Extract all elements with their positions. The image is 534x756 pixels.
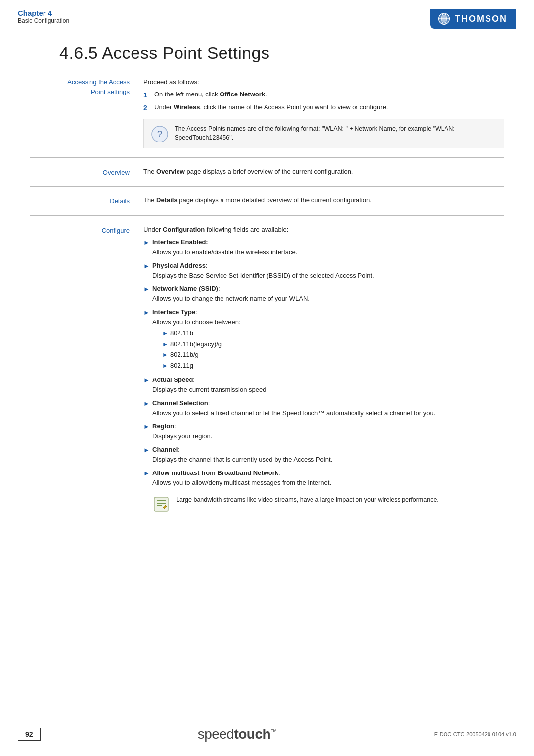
bullet-network-name: ► Network Name (SSID): Allows you to cha… bbox=[143, 284, 504, 303]
thomson-icon bbox=[437, 12, 451, 26]
sub-bullet-80211g: ► 802.11g bbox=[162, 361, 504, 371]
page-number: 92 bbox=[18, 728, 41, 741]
note-box-multicast: Large bandwidth streams like video strea… bbox=[152, 491, 504, 517]
bullet-physical-address: ► Physical Address: Displays the Base Se… bbox=[143, 261, 504, 280]
svg-text:?: ? bbox=[157, 129, 162, 139]
section-content-details: The Details page displays a more detaile… bbox=[143, 195, 504, 206]
bullet-content-5: Actual Speed: Displays the current trans… bbox=[152, 375, 504, 394]
section-content-accessing: Proceed as follows: 1 On the left menu, … bbox=[143, 77, 504, 148]
section-label-details: Details bbox=[30, 195, 143, 206]
bullet-arrow-6: ► bbox=[143, 398, 152, 409]
step-2-content: Under Wireless, click the name of the Ac… bbox=[154, 102, 504, 113]
note-icon bbox=[152, 495, 170, 513]
chapter-subtitle: Basic Configuration bbox=[18, 17, 69, 24]
chapter-block: Chapter 4 Basic Configuration bbox=[18, 9, 69, 24]
section-accessing: Accessing the Access Point settings Proc… bbox=[30, 68, 504, 157]
bullet-arrow-7: ► bbox=[143, 422, 152, 432]
bullet-interface-enabled: ► Interface Enabled: Allows you to enabl… bbox=[143, 237, 504, 257]
chapter-title: Chapter 4 bbox=[18, 9, 69, 17]
bullet-channel: ► Channel: Displays the channel that is … bbox=[143, 445, 504, 464]
section-configure: Configure Under Configuration following … bbox=[30, 215, 504, 530]
page-title: 4.6.5 Access Point Settings bbox=[59, 44, 494, 63]
doc-ref: E-DOC-CTC-20050429-0104 v1.0 bbox=[434, 731, 516, 737]
step-1: 1 On the left menu, click Office Network… bbox=[143, 90, 504, 100]
info-box-text: The Access Points names are of the follo… bbox=[175, 124, 497, 143]
bullet-content-7: Region: Displays your region. bbox=[152, 422, 504, 441]
bullet-arrow-2: ► bbox=[143, 261, 152, 272]
bullet-content-1: Interface Enabled: Allows you to enable/… bbox=[152, 237, 504, 257]
info-box-wlan: ? The Access Points names are of the fol… bbox=[143, 119, 504, 148]
bullet-channel-selection: ► Channel Selection: Allows you to selec… bbox=[143, 398, 504, 418]
page-title-section: 4.6.5 Access Point Settings bbox=[0, 29, 534, 68]
sub-bullet-arrow-4: ► bbox=[162, 361, 170, 370]
bullet-interface-type: ► Interface Type: Allows you to choose b… bbox=[143, 307, 504, 371]
section-content-configure: Under Configuration following fields are… bbox=[143, 225, 504, 521]
sub-bullet-list: ► 802.11b ► 802.11b(legacy)/g ► 802.11b/… bbox=[162, 329, 504, 370]
sub-bullet-label-1: 802.11b bbox=[170, 329, 193, 338]
sub-bullet-label-4: 802.11g bbox=[170, 361, 193, 371]
bullet-arrow-8: ► bbox=[143, 445, 152, 456]
bullet-arrow-3: ► bbox=[143, 284, 152, 295]
bullet-content-6: Channel Selection: Allows you to select … bbox=[152, 398, 504, 418]
bullet-actual-speed: ► Actual Speed: Displays the current tra… bbox=[143, 375, 504, 394]
step-1-content: On the left menu, click Office Network. bbox=[154, 90, 504, 100]
speedtouch-bold: touch bbox=[234, 726, 270, 742]
speedtouch-plain: speed bbox=[198, 726, 234, 742]
note-text-multicast: Large bandwidth streams like video strea… bbox=[176, 495, 439, 505]
sub-bullet-arrow-3: ► bbox=[162, 350, 170, 359]
sub-bullet-80211b-legacy: ► 802.11b(legacy)/g bbox=[162, 339, 504, 349]
section-label-overview: Overview bbox=[30, 167, 143, 178]
thomson-logo-text: THOMSON bbox=[455, 14, 507, 24]
sub-bullet-arrow-2: ► bbox=[162, 340, 170, 349]
step-1-number: 1 bbox=[143, 90, 154, 100]
speedtouch-logo: speedtouch™ bbox=[198, 726, 277, 742]
bullet-arrow-5: ► bbox=[143, 375, 152, 386]
bullet-content-3: Network Name (SSID): Allows you to chang… bbox=[152, 284, 504, 303]
sub-bullet-arrow-1: ► bbox=[162, 329, 170, 338]
page-header: Chapter 4 Basic Configuration THOMSON bbox=[0, 0, 534, 29]
configure-intro: Under Configuration following fields are… bbox=[143, 225, 504, 235]
configure-bullets: ► Interface Enabled: Allows you to enabl… bbox=[143, 237, 504, 517]
bullet-arrow-4: ► bbox=[143, 307, 152, 318]
bullet-region: ► Region: Displays your region. bbox=[143, 422, 504, 441]
sub-bullet-80211bg: ► 802.11b/g bbox=[162, 350, 504, 360]
section-label-configure: Configure bbox=[30, 225, 143, 521]
section-content-overview: The Overview page displays a brief overv… bbox=[143, 167, 504, 178]
section-details: Details The Details page displays a more… bbox=[30, 186, 504, 215]
thomson-logo: THOMSON bbox=[430, 9, 516, 29]
sub-bullet-label-2: 802.11b(legacy)/g bbox=[170, 339, 222, 349]
bullet-arrow-1: ► bbox=[143, 237, 152, 248]
sub-bullet-80211b: ► 802.11b bbox=[162, 329, 504, 338]
step-2: 2 Under Wireless, click the name of the … bbox=[143, 102, 504, 113]
section-label-accessing: Accessing the Access Point settings bbox=[30, 77, 143, 148]
sub-bullet-label-3: 802.11b/g bbox=[170, 350, 199, 360]
speedtouch-tm: ™ bbox=[270, 728, 277, 735]
info-icon: ? bbox=[151, 125, 169, 143]
bullet-content-8: Channel: Displays the channel that is cu… bbox=[152, 445, 504, 464]
section-overview: Overview The Overview page displays a br… bbox=[30, 157, 504, 187]
proceed-text: Proceed as follows: bbox=[143, 77, 504, 88]
bullet-content-4: Interface Type: Allows you to choose bet… bbox=[152, 307, 504, 371]
bullet-multicast: ► Allow multicast from Broadband Network… bbox=[143, 468, 504, 517]
bullet-content-9: Allow multicast from Broadband Network: … bbox=[152, 468, 504, 517]
page-footer: 92 speedtouch™ E-DOC-CTC-20050429-0104 v… bbox=[0, 726, 534, 742]
bullet-arrow-9: ► bbox=[143, 468, 152, 479]
bullet-content-2: Physical Address: Displays the Base Serv… bbox=[152, 261, 504, 280]
step-2-number: 2 bbox=[143, 102, 154, 113]
svg-rect-6 bbox=[154, 497, 168, 511]
content-area: Accessing the Access Point settings Proc… bbox=[0, 68, 534, 530]
